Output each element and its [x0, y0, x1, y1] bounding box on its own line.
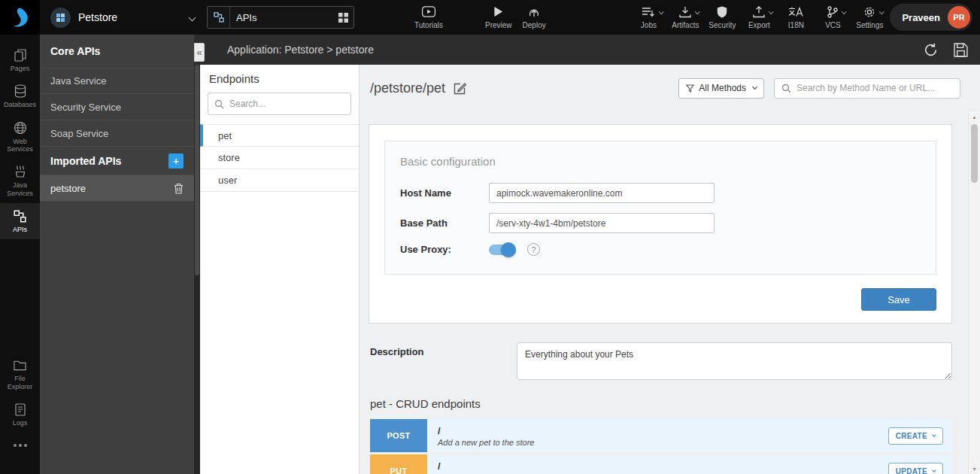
use-proxy-row: Use Proxy: ?: [400, 243, 921, 256]
chevron-down-icon: [769, 9, 773, 14]
main-header: /petstore/pet All Methods: [360, 65, 980, 111]
project-selector[interactable]: Petstore: [40, 8, 207, 28]
rail-label-pages: Pages: [11, 65, 30, 72]
grid-icon[interactable]: [332, 7, 353, 28]
top-bar: Petstore APIs Tutorials P: [0, 0, 980, 35]
core-apis-header: Core APIs: [40, 35, 194, 68]
wavemaker-logo[interactable]: [0, 0, 40, 35]
more-icon: [14, 439, 27, 452]
method-search-input[interactable]: [796, 83, 953, 93]
deploy-button[interactable]: Deploy: [523, 6, 546, 29]
apis-selector-label: APIs: [230, 12, 332, 23]
rail-item-java-services[interactable]: Java Services: [0, 159, 40, 203]
web-services-icon: [14, 121, 27, 135]
security-button[interactable]: Security: [705, 6, 739, 29]
endpoint-search-input[interactable]: [229, 99, 344, 109]
endpoint-row-post[interactable]: POST / Add a new pet to the store CREATE: [370, 419, 952, 452]
base-path-row: Base Path: [400, 213, 921, 233]
endpoints-title: Endpoints: [200, 65, 359, 91]
endpoint-search[interactable]: [208, 93, 351, 115]
artifacts-button[interactable]: Artifacts: [669, 6, 702, 29]
use-proxy-toggle[interactable]: [489, 245, 514, 255]
sidebar-item-security-service[interactable]: Security Service: [40, 94, 194, 120]
help-icon[interactable]: ?: [527, 243, 540, 256]
refresh-button[interactable]: [923, 42, 939, 58]
endpoint-item-pet[interactable]: pet: [200, 124, 359, 147]
methods-filter-select[interactable]: All Methods: [678, 78, 764, 99]
chevron-down-icon: [189, 14, 196, 21]
save-button[interactable]: Save: [861, 288, 936, 311]
base-path-input[interactable]: [489, 213, 715, 233]
jobs-button[interactable]: Jobs: [632, 6, 665, 29]
rail-item-databases[interactable]: Databases: [0, 78, 40, 114]
create-action-button[interactable]: CREATE: [888, 427, 943, 445]
method-search[interactable]: [774, 78, 960, 99]
host-name-input[interactable]: [489, 183, 715, 203]
wavemaker-logo-icon: [10, 6, 30, 29]
file-explorer-icon: [14, 358, 26, 372]
delete-icon[interactable]: [174, 183, 184, 194]
rail-item-file-explorer[interactable]: File Explorer: [0, 352, 40, 397]
add-imported-api-button[interactable]: +: [168, 153, 184, 169]
vcs-button[interactable]: VCS: [816, 6, 849, 29]
scroll-thumb[interactable]: [971, 124, 978, 183]
export-button[interactable]: Export: [742, 6, 775, 29]
apis-mode-selector[interactable]: APIs: [207, 6, 354, 29]
description-textarea[interactable]: Everything about your Pets: [517, 342, 952, 380]
project-avatar-icon: [50, 8, 71, 28]
i18n-button[interactable]: I18N: [779, 6, 812, 29]
save-project-button[interactable]: [954, 43, 968, 57]
tutorials-label: Tutorials: [414, 21, 443, 29]
chevron-down-icon: [695, 9, 699, 14]
rail-item-more[interactable]: [0, 433, 40, 461]
breadcrumb: Application: Petstore > petstore: [227, 44, 908, 56]
rail-item-pages[interactable]: Pages: [0, 42, 40, 78]
preview-button[interactable]: Preview: [485, 6, 512, 29]
sidebar-item-petstore[interactable]: petstore: [40, 175, 194, 202]
endpoint-item-store[interactable]: store: [200, 147, 359, 169]
endpoint-row-body: / Add a new pet to the store: [427, 419, 888, 452]
endpoint-row-put[interactable]: PUT / Update an existing pet UPDATE: [370, 454, 952, 474]
basic-config-panel: Basic configuration Host Name Base Path …: [384, 141, 936, 275]
artifacts-label: Artifacts: [672, 21, 699, 29]
scroll-up-arrow[interactable]: ▲: [969, 111, 980, 122]
rail-item-apis[interactable]: APIs: [0, 203, 40, 239]
api-nodes-icon: [208, 7, 230, 28]
endpoint-item-user[interactable]: user: [200, 169, 359, 192]
use-proxy-label: Use Proxy:: [400, 244, 489, 255]
logs-icon: [15, 403, 26, 416]
search-icon: [781, 84, 791, 93]
endpoints-panel: Endpoints pet store user: [200, 65, 360, 474]
top-right-actions: Jobs Artifacts Security Export: [632, 4, 972, 31]
chevron-down-icon: [842, 9, 846, 14]
endpoint-description: Add a new pet to the store: [438, 438, 878, 447]
java-services-icon: [14, 165, 26, 178]
rail-item-logs[interactable]: Logs: [0, 397, 40, 433]
sidebar-item-java-service[interactable]: Java Service: [40, 68, 194, 94]
security-icon: [717, 6, 727, 18]
scroll-down-arrow[interactable]: ▼: [969, 463, 980, 474]
description-label: Description: [370, 342, 517, 380]
filter-icon: [686, 84, 694, 93]
sidebar-scrollbar[interactable]: [194, 65, 200, 474]
sidebar-item-soap-service[interactable]: Soap Service: [40, 120, 194, 147]
tutorials-icon: [421, 6, 436, 17]
edit-icon[interactable]: [453, 81, 467, 96]
main-scrollbar[interactable]: ▲ ▼: [968, 111, 980, 474]
main-scroll-area: Basic configuration Host Name Base Path …: [360, 111, 968, 474]
tutorials-button[interactable]: Tutorials: [414, 6, 443, 29]
vcs-icon: [827, 6, 838, 18]
sidebar-scroll-thumb[interactable]: [195, 65, 199, 275]
basic-config-title: Basic configuration: [400, 155, 921, 168]
chevron-down-icon: [659, 9, 663, 14]
settings-button[interactable]: Settings: [853, 6, 886, 29]
chevron-down-icon: [932, 468, 936, 472]
settings-icon: [863, 6, 875, 18]
user-menu[interactable]: Praveen PR: [890, 4, 972, 31]
user-name: Praveen: [902, 12, 940, 23]
update-action-button[interactable]: UPDATE: [888, 463, 943, 474]
preview-label: Preview: [485, 21, 512, 29]
sidebar-collapse-button[interactable]: «: [194, 43, 205, 62]
chevron-down-icon: [879, 9, 884, 14]
rail-item-web-services[interactable]: Web Services: [0, 115, 40, 160]
